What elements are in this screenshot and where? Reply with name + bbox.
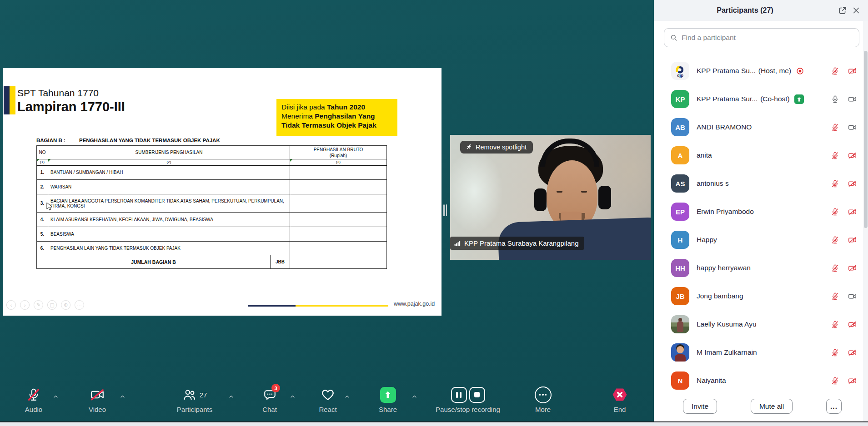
participant-row[interactable]: AS djp antonius s [654,169,868,198]
next-slide-button[interactable]: › [20,300,30,310]
participant-row[interactable]: EP djp Erwin Priyambodo [654,198,868,226]
remove-spotlight-button[interactable]: Remove spotlight [460,141,533,154]
participant-row[interactable]: A djp anita [654,141,868,169]
audio-button[interactable]: Audio [11,385,56,413]
camera-off-icon [848,376,857,385]
participant-row[interactable]: AB djp ANDI BRAMONO [654,113,868,141]
djp-logo-icon: djp [673,64,687,78]
end-meeting-button[interactable]: End [597,385,642,413]
video-name-label: KPP Pratama Surabaya Karangpilang [450,237,584,250]
avatar-photo [671,343,689,362]
participant-row[interactable]: djp Laelly Kusuma Ayu [654,310,868,338]
more-button[interactable]: More [520,385,566,413]
participant-row[interactable]: djp M Imam Zulkarnain [654,338,868,367]
camera-off-icon [848,208,857,216]
close-panel-icon[interactable] [852,6,861,15]
share-button[interactable]: Share [365,385,411,413]
table-cell [290,242,387,255]
table-header-row: NO SUMBER/JENIS PENGHASILAN PENGHASILAN … [37,146,387,159]
person-eye [581,191,587,193]
react-label: React [305,406,351,413]
share-options-caret[interactable] [411,394,417,400]
spotlight-video-tile: Remove spotlight KPP Pratama Surabaya Ka… [450,135,651,260]
callout-bold: Tahun 2020 [327,103,365,111]
prev-slide-button[interactable]: ‹ [6,300,16,310]
table-cell: 6. [37,242,48,255]
participants-label: Participants [158,406,231,413]
participants-button[interactable]: 27 Participants [158,385,231,413]
pause-recording-button[interactable] [451,387,467,403]
panel-scrollbar-thumb[interactable] [864,51,868,228]
participant-row[interactable]: HH djp happy herryawan [654,254,868,282]
chat-options-caret[interactable] [290,394,296,400]
participant-name: anita [697,151,715,159]
participant-row[interactable]: H djp Happy [654,226,868,254]
avatar: A djp [671,146,689,164]
recording-label: Pause/stop recording [422,406,513,413]
col-header-amount-l1: PENGHASILAN BRUTO [290,147,386,153]
section-heading: BAGIAN B :PENGHASILAN YANG TIDAK TERMASU… [36,138,220,143]
camera-off-icon [848,151,857,160]
more-label: More [520,406,566,413]
zoom-slide-button[interactable]: ⊕ [61,300,70,310]
subcol-3: (3) [290,159,387,165]
callout-bold: Penghasilan Yang [315,112,375,120]
participant-name: Erwin Priyambodo [697,208,757,216]
participant-name: antonius s [697,179,732,188]
mouse-cursor [46,202,53,211]
react-button[interactable]: React [305,385,351,413]
avatar-photo [671,315,689,333]
participant-row[interactable]: djp KPP Pratama Su...(Host, me) [654,57,868,85]
audio-options-caret[interactable] [53,394,59,400]
table-cell: 4. [37,213,48,227]
participant-row[interactable]: N djp Naiyanita [654,367,868,395]
table-cell: BEASISWA [48,227,290,242]
participant-name: Jong bambang [697,292,746,300]
chat-button[interactable]: 3 Chat [247,385,292,413]
audio-signal-icon [454,240,461,247]
table-cell [290,213,387,227]
remove-spotlight-label: Remove spotlight [476,144,527,151]
avatar: KP djp [671,90,689,108]
table-cell: BANTUAN / SUMBANGAN / HIBAH [48,165,290,180]
footer-url: www.pajak.go.id [394,301,435,307]
avatar-initials: N [678,377,683,385]
camera-off-icon [848,67,857,75]
avatar: AB djp [671,118,689,136]
subcol-1: (1) [37,159,48,165]
invite-button[interactable]: Invite [683,399,717,414]
video-button[interactable]: Video [75,385,120,413]
participant-name: Naiyanita [697,376,729,385]
slideshow-more-button[interactable]: ⋯ [75,300,84,310]
participant-name: Laelly Kusuma Ayu [697,320,759,328]
participant-name: ANDI BRAMONO [697,123,754,131]
pin-icon [465,144,472,151]
search-input[interactable] [682,34,853,42]
pen-tool-button[interactable]: ✎ [34,300,43,310]
table-cell [290,227,387,242]
section-title: PENGHASILAN YANG TIDAK TERMASUK OBJEK PA… [79,138,220,143]
slides-overview-button[interactable]: ▢ [47,300,57,310]
table-row: 4.KLAIM ASURANSI KESEHATAN, KECELAKAAN, … [37,213,387,227]
stop-recording-button[interactable] [469,387,485,403]
recording-controls[interactable]: Pause/stop recording [422,385,513,413]
video-options-caret[interactable] [120,394,125,400]
participant-name: KPP Pratama Sur...(Co-host) [697,95,790,103]
avatar-initials: KP [676,95,685,103]
pane-resize-handle[interactable] [443,204,447,216]
slide-title-line2: Lampiran 1770-III [17,99,125,114]
participant-row[interactable]: JB djp Jong bambang [654,282,868,310]
panel-more-button[interactable]: ... [826,399,842,414]
avatar: djp [671,315,689,333]
chat-label: Chat [247,406,292,413]
mic-muted-icon [26,387,41,402]
popout-panel-icon[interactable] [838,6,847,15]
mute-all-button[interactable]: Mute all [751,399,793,414]
react-options-caret[interactable] [344,394,350,400]
participants-options-caret[interactable] [228,394,234,400]
camera-off-icon [848,236,857,244]
participant-search-box[interactable] [664,28,859,47]
table-row: 1.BANTUAN / SUMBANGAN / HIBAH [37,165,387,180]
presenter-controls: ‹ › ✎ ▢ ⊕ ⋯ [6,300,84,310]
participant-row[interactable]: KP djp KPP Pratama Sur...(Co-host) [654,85,868,113]
